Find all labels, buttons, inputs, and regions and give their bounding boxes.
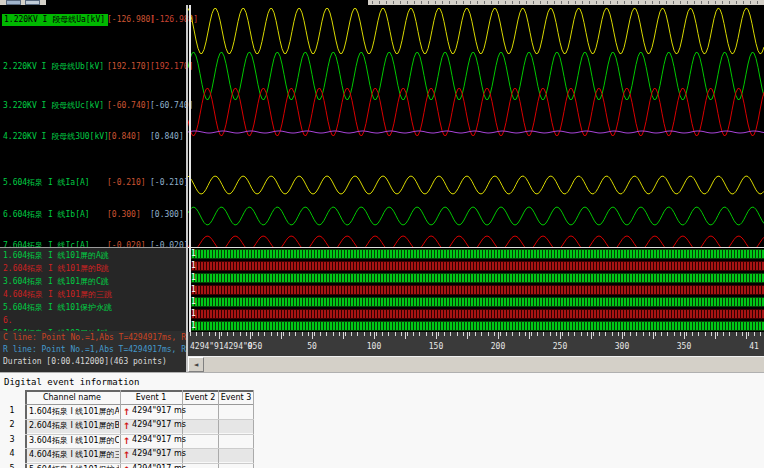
table-gridline — [25, 404, 254, 405]
axis-major-tick — [529, 332, 530, 339]
axis-minor-tick — [215, 332, 216, 336]
ruler-tick — [435, 1, 436, 4]
time-cursor-line[interactable] — [189, 5, 191, 332]
scroll-left-icon[interactable]: ◄ — [188, 357, 204, 372]
analog-channel-row[interactable]: 6.604拓泉 I 线Ib[A][0.300][0.300] — [0, 209, 186, 221]
axis-tick-label: 200 — [491, 342, 505, 351]
axis-minor-tick — [457, 332, 458, 336]
axis-minor-tick — [643, 332, 644, 336]
digital-channel-row[interactable]: 3.604拓泉 I 线101屏的C跳 — [3, 276, 185, 288]
analog-channel-name: 2.220KV I 段母线Ub[kV] — [3, 61, 104, 73]
ruler-tick — [652, 1, 653, 4]
axis-tick-label: 250 — [553, 342, 567, 351]
horizontal-scrollbar[interactable]: ◄ — [188, 356, 764, 372]
axis-major-tick — [746, 332, 747, 339]
analog-channel-value-1: [-0.210] — [107, 177, 146, 189]
ruler-tick — [617, 1, 618, 4]
analog-channel-value-1: [-126.980] — [107, 14, 155, 26]
event-time: 4294"917 ms — [128, 435, 190, 444]
digital-channel-row[interactable]: 5.604拓泉 I 线101保护永跳 — [3, 302, 185, 314]
axis-minor-tick — [593, 332, 594, 336]
axis-tick-label: 350 — [677, 342, 691, 351]
digital-channel-row[interactable]: 1.604拓泉 I 线101屏的A跳 — [3, 250, 185, 262]
digital-channel-row[interactable]: 4.604拓泉 I 线101屏的三跳 — [3, 289, 185, 301]
analog-channel-value-1: [-60.740] — [107, 100, 150, 112]
axis-minor-tick — [630, 332, 631, 336]
digital-state-bar[interactable]: 1 — [189, 321, 764, 331]
axis-minor-tick — [221, 332, 222, 336]
axis-tick-label: 300 — [615, 342, 629, 351]
axis-tick-label: 0 — [248, 342, 253, 351]
ruler-tick — [491, 1, 492, 4]
ruler-tick — [680, 1, 681, 4]
digital-state-bar[interactable]: 1 — [189, 261, 764, 271]
axis-minor-tick — [407, 332, 408, 336]
table-row-number: 3 — [4, 435, 20, 444]
ruler-tick — [428, 1, 429, 4]
event-time: 4294"917 ms — [128, 420, 190, 429]
axis-minor-tick — [364, 332, 365, 336]
analog-channel-row[interactable]: 3.220KV I 段母线Uc[kV][-60.740][-60.740] — [0, 100, 186, 112]
axis-minor-tick — [680, 332, 681, 336]
axis-minor-tick — [692, 332, 693, 336]
axis-minor-tick — [475, 332, 476, 336]
ruler-tick — [715, 1, 716, 4]
axis-minor-tick — [277, 332, 278, 336]
ruler-tick — [589, 1, 590, 4]
digital-state-bar[interactable]: 1 — [189, 249, 764, 259]
axis-minor-tick — [233, 332, 234, 336]
ruler-tick — [659, 1, 660, 4]
axis-minor-tick — [748, 332, 749, 336]
axis-minor-tick — [283, 332, 284, 336]
axis-minor-tick — [556, 332, 557, 336]
table-header: Channel name — [43, 393, 101, 402]
axis-minor-tick — [667, 332, 668, 336]
ruler-tick — [729, 1, 730, 4]
ruler-tick — [372, 1, 373, 4]
time-axis: 4294"914294"950 05010015020025030035041 — [188, 332, 764, 356]
waveform-trace-2 — [188, 52, 764, 100]
ruler-tick — [673, 1, 674, 4]
axis-tick-label: 150 — [429, 342, 443, 351]
digital-state-bar[interactable]: 1 — [189, 285, 764, 295]
analog-channel-name: 1.220KV I 段母线Ua[kV] — [2, 14, 108, 26]
axis-minor-tick — [463, 332, 464, 336]
digital-state-bar[interactable]: 1 — [189, 309, 764, 319]
axis-minor-tick — [754, 332, 755, 336]
oscillograph-viewer-window: 1.220KV I 段母线Ua[kV][-126.980][-126.980]2… — [0, 0, 764, 468]
axis-minor-tick — [618, 332, 619, 336]
digital-channel-row[interactable]: 2.604拓泉 I 线101屏的B跳 — [3, 263, 185, 275]
ruler-tick — [533, 1, 534, 4]
event-channel-name: 2.604拓泉 I 线101屏的B跳 — [29, 420, 119, 431]
axis-minor-tick — [717, 332, 718, 336]
axis-minor-tick — [227, 332, 228, 336]
digital-state-bar[interactable]: 1 — [189, 297, 764, 307]
ruler-tick — [708, 1, 709, 4]
table-gridline — [253, 390, 254, 468]
axis-major-tick — [250, 332, 251, 339]
axis-major-tick — [436, 332, 437, 339]
axis-major-tick — [498, 332, 499, 339]
ruler-tick — [379, 1, 380, 4]
digital-channel-row[interactable]: 6. — [3, 315, 185, 327]
analog-channel-row[interactable]: 4.220KV I 段母线3U0[kV][0.840][0.840] — [0, 131, 186, 143]
digital-state-bar[interactable]: 1 — [189, 273, 764, 283]
analog-channel-name: 3.220KV I 段母线Uc[kV] — [3, 100, 104, 112]
analog-channel-name: 6.604拓泉 I 线Ib[A] — [3, 209, 90, 221]
axis-minor-tick — [258, 332, 259, 336]
axis-minor-tick — [295, 332, 296, 336]
table-header: Event 2 — [185, 393, 216, 402]
analog-channel-row[interactable]: 5.604拓泉 I 线Ia[A][-0.210][-0.210] — [0, 177, 186, 189]
ruler-tick — [722, 1, 723, 4]
axis-minor-tick — [674, 332, 675, 336]
axis-tick-label: 100 — [367, 342, 381, 351]
table-row-number: 2 — [4, 420, 20, 429]
analog-channel-row[interactable]: 1.220KV I 段母线Ua[kV][-126.980][-126.980] — [0, 14, 186, 26]
digital-state-value: 1 — [191, 248, 196, 259]
analog-channel-row[interactable]: 2.220KV I 段母线Ub[kV][192.170][192.170] — [0, 61, 186, 73]
table-header: Event 1 — [136, 393, 167, 402]
axis-minor-tick — [395, 332, 396, 336]
ruler-tick — [540, 1, 541, 4]
axis-minor-tick — [698, 332, 699, 336]
ruler-tick — [575, 1, 576, 4]
